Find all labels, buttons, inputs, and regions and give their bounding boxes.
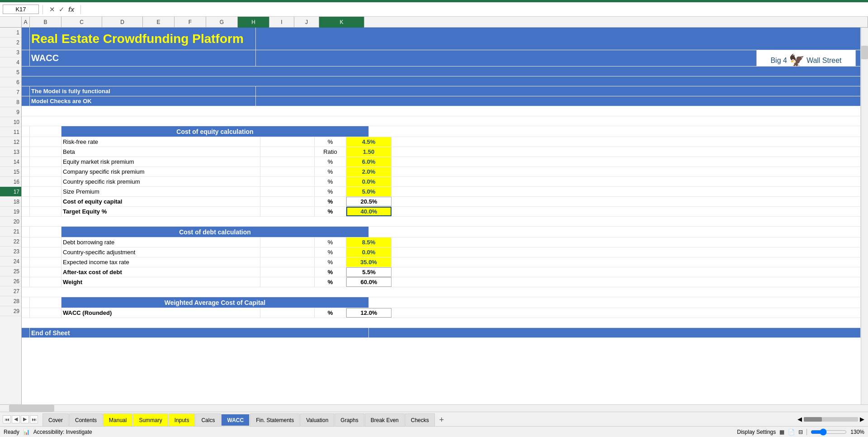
cell-row7 [22,106,861,116]
cell-label-20: Debt borrowing rate [61,238,260,247]
cell-value-10[interactable]: 4.5% [346,137,392,147]
row-num-22: 22 [0,237,21,247]
row-25 [22,287,861,297]
cell-rest-17 [392,207,861,216]
cell-row4 [22,76,861,86]
h-scroll-left[interactable]: ◀ [797,416,802,423]
row-27: WACC (Rounded) % 12.0% [22,308,861,318]
row-num-13: 13 [0,147,21,157]
cell-unit-27: % [315,308,346,318]
tab-last-arrow[interactable]: ⏭ [30,415,38,423]
col-header-h: H [238,17,269,28]
cell-b24 [30,277,61,287]
row-num-11: 11 [0,127,21,137]
row-3 [22,66,861,76]
row-num-26: 26 [0,276,21,286]
tab-next-arrow[interactable]: ▶ [21,415,29,423]
tab-fin-statements[interactable]: Fin. Statements [250,413,300,426]
row-num-9: 9 [0,107,21,117]
tab-calcs[interactable]: Calcs [195,413,221,426]
tab-contents[interactable]: Contents [69,413,103,426]
v-scroll-thumb[interactable] [861,46,868,59]
accessibility-status[interactable]: Accessibility: Investigate [33,429,92,435]
cell-value-14[interactable]: 0.0% [346,177,392,186]
cell-value-12[interactable]: 6.0% [346,157,392,166]
formula-bar-icons: ✕ ✓ fx [47,5,77,14]
add-sheet-button[interactable]: + [435,413,448,426]
cell-value-15[interactable]: 5.0% [346,187,392,196]
formula-input[interactable] [85,5,865,14]
cell-empty-14 [260,177,315,186]
row-26-wacc-header: Weighted Average Cost of Capital [22,297,861,308]
tab-first-arrow[interactable]: ⏮ [3,415,11,423]
row-num-25: 25 [0,266,21,276]
cell-wacc-header: Weighted Average Cost of Capital [61,297,369,308]
cell-rest-6 [256,96,861,106]
cell-value-21[interactable]: 0.0% [346,247,392,257]
view-layout-icon[interactable]: 📄 [788,429,795,435]
cell-b26 [30,297,61,308]
cell-row18 [22,217,861,226]
cell-value-13[interactable]: 2.0% [346,167,392,176]
tab-checks[interactable]: Checks [405,413,435,426]
row-28 [22,318,861,328]
view-break-icon[interactable]: ⊟ [798,429,803,435]
h-scroll-right[interactable]: ▶ [860,416,864,423]
tab-inputs[interactable]: Inputs [169,413,195,426]
cell-b14 [30,177,61,186]
row-num-3: 3 [0,48,21,57]
tab-cover[interactable]: Cover [42,413,69,426]
cell-empty-10 [260,137,315,147]
cell-value-11[interactable]: 1.50 [346,147,392,157]
h-scroll-thumb2[interactable] [804,417,822,422]
vertical-scrollbar[interactable] [861,28,868,404]
cell-reference-box[interactable]: K17 [3,5,39,14]
cell-empty-21 [260,247,315,257]
tab-wacc[interactable]: WACC [221,414,250,427]
cell-a12 [22,157,30,166]
cell-rest-21 [392,247,861,257]
cell-a2 [22,50,30,66]
cell-value-17-selected[interactable]: 40.0% [346,207,392,216]
status-bar: Ready 📊 Accessibility: Investigate Displ… [0,426,868,437]
zoom-slider[interactable] [811,428,847,436]
tab-prev-arrow[interactable]: ◀ [12,415,20,423]
cell-a26 [22,297,30,308]
tab-graphs[interactable]: Graphs [335,413,364,426]
h-scroll-thumb[interactable] [9,405,54,412]
corner-cell [0,17,22,27]
view-normal-icon[interactable]: ▦ [779,429,784,435]
row-12: Equity market risk premium % 6.0% [22,157,861,167]
cell-b20 [30,238,61,247]
formula-cancel-icon[interactable]: ✕ [48,5,56,14]
cell-a16 [22,197,30,206]
cell-rest-19 [369,227,861,237]
row-1-title: Real Estate Crowdfunding Platform [22,28,861,50]
cell-a9 [22,126,30,137]
cell-unit-17: % [315,207,346,216]
row-20: Debt borrowing rate % 8.5% [22,238,861,247]
cell-value-20[interactable]: 8.5% [346,238,392,247]
cell-rest-15 [392,187,861,196]
cell-label-23: After-tax cost of debt [61,267,260,277]
cell-equity-header: Cost of equity calculation [61,126,369,137]
row-11: Beta Ratio 1.50 [22,147,861,157]
tab-break-even[interactable]: Break Even [365,413,405,426]
tab-valuation[interactable]: Valuation [300,413,334,426]
formula-confirm-icon[interactable]: ✓ [58,5,66,14]
cell-unit-13: % [315,167,346,176]
cell-value-22[interactable]: 35.0% [346,257,392,267]
h-scroll-bar[interactable] [804,417,858,422]
cell-empty-27 [260,308,315,318]
display-settings[interactable]: Display Settings [737,429,776,435]
cell-label-24: Weight [61,277,260,287]
cell-unit-23: % [315,267,346,277]
grid-body: 1 2 3 4 5 6 7 8 9 10 11 12 13 14 15 16 1… [0,28,868,404]
row-num-4: 4 [0,57,21,67]
horizontal-scrollbar[interactable] [0,404,868,412]
formula-function-icon[interactable]: fx [67,5,75,13]
tab-manual[interactable]: Manual [103,413,132,426]
tab-summary[interactable]: Summary [133,413,168,426]
cell-rest-22 [392,257,861,267]
col-header-d: D [102,17,143,28]
